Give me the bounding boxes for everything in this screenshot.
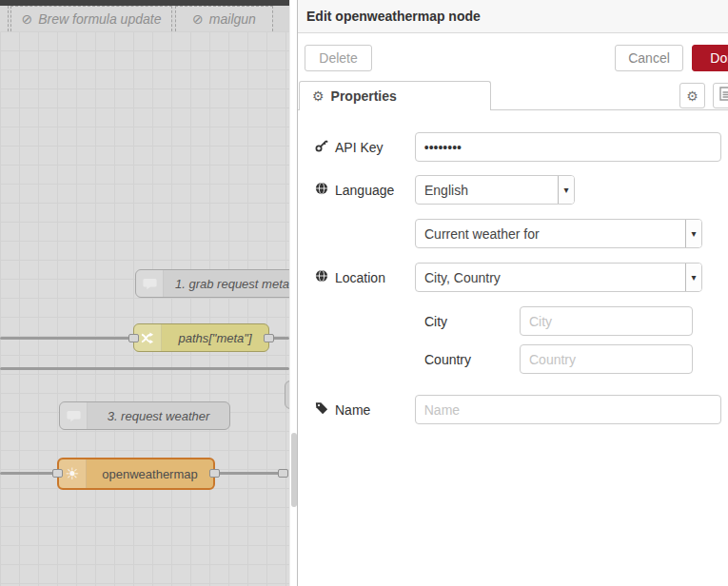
output-port[interactable] — [209, 469, 220, 478]
sun-icon: ☀ — [59, 459, 87, 488]
weather-type-select[interactable]: Current weather for ▾ — [415, 219, 702, 248]
node-label: paths["meta"] — [162, 331, 268, 345]
language-select[interactable]: English ▾ — [415, 175, 575, 205]
editor-tab-bar: ⚙ Properties ⚙ — [298, 81, 728, 110]
country-input[interactable] — [520, 344, 693, 374]
wire[interactable] — [0, 337, 135, 340]
output-port[interactable] — [264, 334, 274, 342]
node-comment-grab-request-meta[interactable]: 1. grab request meta — [135, 269, 289, 298]
gear-icon: ⚙ — [686, 88, 698, 104]
canvas-vertical-scrollbar[interactable] — [289, 0, 297, 586]
location-select-value: City, Country — [416, 264, 685, 291]
dialog-toolbar: Delete Cancel Done — [298, 33, 728, 81]
globe-icon — [315, 269, 328, 285]
flow-canvas[interactable]: 1. grab request meta paths["meta"] — [0, 31, 289, 586]
flow-tab-bar: ⊘ Brew formula update ⊘ mailgun — [0, 6, 297, 31]
dropdown-arrow-icon: ▾ — [685, 264, 701, 291]
node-change-paths-meta[interactable]: paths["meta"] — [133, 323, 269, 352]
node-label: 1. grab request meta — [164, 277, 289, 291]
form-row-name: Name — [315, 395, 721, 424]
comment-icon — [60, 402, 88, 429]
dialog-title: Edit openweathermap node — [298, 0, 728, 33]
node-comment-request-weather[interactable]: 3. request weather — [59, 401, 230, 430]
key-icon — [315, 139, 328, 155]
disabled-flow-icon: ⊘ — [192, 12, 204, 26]
input-port[interactable] — [52, 469, 63, 478]
city-label: City — [424, 314, 520, 329]
flow-tab-label: Brew formula update — [38, 11, 161, 27]
comment-icon — [136, 270, 164, 297]
name-input[interactable] — [415, 395, 721, 424]
node-settings-button[interactable]: ⚙ — [679, 83, 705, 108]
gear-icon: ⚙ — [312, 88, 325, 104]
input-port[interactable] — [128, 334, 139, 342]
form-row-weather-type: Current weather for ▾ — [315, 219, 721, 248]
tab-properties[interactable]: ⚙ Properties — [299, 81, 491, 110]
api-key-label: API Key — [315, 139, 415, 155]
form-row-language: Language English ▾ — [315, 175, 721, 205]
form-row-api-key: API Key — [315, 132, 721, 162]
tab-properties-label: Properties — [331, 88, 397, 104]
wire[interactable] — [0, 472, 57, 475]
node-label: openweathermap — [87, 467, 213, 481]
name-label: Name — [315, 401, 415, 418]
tag-icon — [315, 401, 328, 418]
dropdown-arrow-icon: ▾ — [685, 220, 701, 247]
disabled-flow-icon: ⊘ — [22, 12, 33, 26]
form-row-location: Location City, Country ▾ — [315, 263, 721, 292]
done-button[interactable]: Done — [692, 45, 728, 71]
form-row-city: City — [315, 306, 721, 336]
flow-tab-label: mailgun — [209, 11, 256, 27]
country-label: Country — [424, 352, 520, 367]
edit-node-dialog: Edit openweathermap node Delete Cancel D… — [297, 0, 728, 586]
flow-tab-mailgun[interactable]: ⊘ mailgun — [175, 6, 273, 31]
form-row-country: Country — [315, 344, 721, 374]
wire[interactable] — [215, 472, 284, 475]
flow-tab-partial[interactable] — [0, 6, 9, 31]
node-red-app: ⊘ Brew formula update ⊘ mailgun 1. grab … — [0, 0, 728, 586]
cancel-button[interactable]: Cancel — [615, 45, 683, 71]
dropdown-arrow-icon: ▾ — [558, 176, 574, 204]
weather-type-select-value: Current weather for — [416, 220, 685, 247]
city-input[interactable] — [520, 306, 693, 336]
language-label: Language — [315, 182, 415, 198]
flow-workspace: ⊘ Brew formula update ⊘ mailgun 1. grab … — [0, 0, 297, 586]
node-properties-form: API Key Language English ▾ — [298, 110, 728, 424]
flow-tab-brew-formula-update[interactable]: ⊘ Brew formula update — [10, 6, 172, 31]
node-description-button[interactable] — [713, 83, 728, 108]
node-label: 3. request weather — [88, 409, 229, 423]
delete-button[interactable]: Delete — [305, 45, 372, 71]
document-icon — [719, 87, 728, 105]
globe-icon — [315, 182, 328, 198]
wire[interactable] — [0, 367, 289, 370]
api-key-input[interactable] — [415, 132, 721, 162]
location-select[interactable]: City, Country ▾ — [415, 263, 702, 292]
location-label: Location — [315, 269, 415, 285]
language-select-value: English — [416, 176, 558, 204]
input-port-next-node[interactable] — [278, 469, 288, 478]
node-openweathermap[interactable]: ☀ openweathermap — [57, 458, 215, 490]
